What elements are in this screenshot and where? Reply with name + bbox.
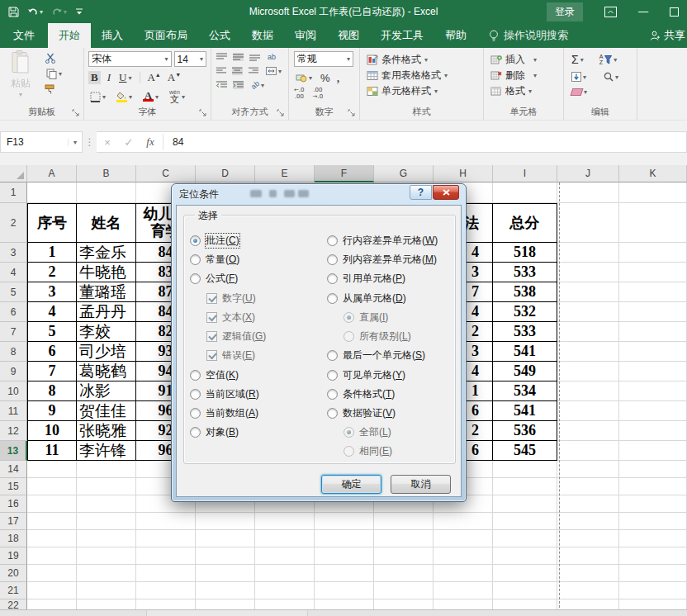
save-button[interactable]: [8, 7, 19, 17]
col-header-B[interactable]: B: [77, 165, 136, 182]
cell-G20[interactable]: [374, 565, 434, 582]
cell-B18[interactable]: [77, 530, 136, 547]
cell-E20[interactable]: [255, 565, 315, 582]
cell-A14[interactable]: [27, 461, 77, 478]
cell-K17[interactable]: [619, 513, 687, 530]
option-label-blanks[interactable]: 空值(K): [206, 368, 239, 382]
cell-D21[interactable]: [196, 582, 255, 599]
cell-K9[interactable]: [619, 362, 687, 381]
format-as-table-button[interactable]: 套用表格格式▾: [367, 68, 476, 83]
radio-current-region[interactable]: [190, 389, 201, 400]
increase-indent-icon[interactable]: [233, 81, 244, 89]
cell-B7[interactable]: 李姣: [77, 322, 136, 342]
percent-style-button[interactable]: %: [320, 72, 330, 84]
cell-G21[interactable]: [374, 582, 434, 599]
cell-J2[interactable]: [557, 203, 619, 243]
cell-K10[interactable]: [619, 381, 687, 401]
cell-H19[interactable]: [434, 547, 493, 565]
phonetic-guide-button[interactable]: wén 文 ▾: [168, 88, 187, 105]
option-label-dependents[interactable]: 从属单元格(D): [343, 291, 406, 306]
cell-I18[interactable]: [493, 530, 557, 547]
cell-J4[interactable]: [557, 263, 619, 282]
col-header-D[interactable]: D: [196, 165, 255, 182]
cell-A16[interactable]: [27, 495, 77, 513]
cell-I3[interactable]: 518: [493, 243, 557, 263]
tab-developer[interactable]: 开发工具: [370, 23, 434, 48]
radio-formulas[interactable]: [190, 273, 201, 284]
cell-E18[interactable]: [255, 530, 315, 547]
cell-I4[interactable]: 533: [493, 263, 557, 282]
col-header-A[interactable]: A: [27, 165, 77, 182]
decrease-decimal-button[interactable]: .00→.0: [313, 88, 324, 100]
tab-home[interactable]: 开始: [48, 23, 91, 48]
grow-font-button[interactable]: A▲: [147, 71, 160, 84]
cell-A12[interactable]: 10: [27, 421, 77, 441]
option-label-current-array[interactable]: 当前数组(A): [206, 406, 258, 420]
cell-B20[interactable]: [77, 565, 136, 582]
row-header-6[interactable]: 6: [0, 302, 27, 322]
cell-J11[interactable]: [557, 401, 619, 421]
underline-button[interactable]: U▾: [117, 70, 133, 85]
clear-button[interactable]: ▾: [570, 88, 589, 97]
tab-view[interactable]: 视图: [327, 23, 370, 48]
align-left-icon[interactable]: [216, 67, 226, 75]
cell-J15[interactable]: [557, 478, 619, 495]
cell-J9[interactable]: [557, 362, 619, 381]
cell-K11[interactable]: [619, 401, 687, 421]
tab-data[interactable]: 数据: [241, 23, 284, 48]
row-header-15[interactable]: 15: [0, 478, 27, 495]
cell-K20[interactable]: [619, 565, 687, 582]
cell-B10[interactable]: 冰影: [77, 381, 136, 401]
align-center-icon[interactable]: [232, 67, 242, 75]
middle-align-icon[interactable]: [233, 53, 244, 61]
option-label-formulas[interactable]: 公式(F): [206, 272, 238, 286]
cell-A2[interactable]: 序号: [27, 203, 77, 243]
tab-formulas[interactable]: 公式: [198, 23, 241, 48]
radio-col-diff[interactable]: [327, 254, 338, 265]
cell-J8[interactable]: [557, 342, 619, 362]
cell-B6[interactable]: 孟丹丹: [77, 302, 136, 322]
cell-I7[interactable]: 533: [493, 322, 557, 342]
cell-J21[interactable]: [557, 582, 619, 599]
option-label-validation[interactable]: 数据验证(V): [343, 406, 396, 420]
row-header-20[interactable]: 20: [0, 565, 27, 582]
cell-J5[interactable]: [557, 282, 619, 302]
cell-B17[interactable]: [77, 513, 136, 530]
cell-K12[interactable]: [619, 421, 687, 441]
cell-A8[interactable]: 6: [27, 342, 77, 362]
col-header-K[interactable]: K: [619, 165, 687, 182]
row-header-2[interactable]: 2: [0, 203, 27, 243]
cell-I11[interactable]: 541: [493, 401, 557, 421]
insert-function-button[interactable]: fx: [140, 135, 161, 149]
align-right-icon[interactable]: [249, 67, 258, 75]
cell-K5[interactable]: [619, 282, 687, 302]
col-header-E[interactable]: E: [255, 165, 315, 182]
orientation-button[interactable]: ab▾: [249, 80, 266, 90]
formula-bar-value[interactable]: 84: [165, 136, 183, 148]
cell-J10[interactable]: [557, 381, 619, 401]
row-header-4[interactable]: 4: [0, 263, 27, 282]
font-dialog-launcher[interactable]: [199, 109, 208, 118]
cell-G17[interactable]: [374, 513, 434, 530]
tab-file[interactable]: 文件: [0, 23, 48, 48]
cell-B9[interactable]: 葛晓鹤: [77, 362, 136, 381]
cell-D18[interactable]: [196, 530, 255, 547]
cell-F18[interactable]: [315, 530, 374, 547]
cell-I15[interactable]: [493, 478, 557, 495]
cell-K14[interactable]: [619, 461, 687, 478]
cell-B12[interactable]: 张晓雅: [77, 421, 136, 441]
cell-J13[interactable]: [557, 441, 619, 461]
option-label-cond-format[interactable]: 条件格式(T): [343, 387, 395, 401]
cell-D17[interactable]: [196, 513, 255, 530]
accounting-format-button[interactable]: ▾: [294, 72, 314, 83]
cell-K18[interactable]: [619, 530, 687, 547]
cell-F20[interactable]: [315, 565, 374, 582]
cell-E21[interactable]: [255, 582, 315, 599]
name-box-dropdown[interactable]: ▾: [68, 139, 82, 146]
row-header-17[interactable]: 17: [0, 513, 27, 530]
cell-I9[interactable]: 549: [493, 362, 557, 381]
cell-styles-button[interactable]: 单元格样式▾: [367, 83, 476, 99]
copy-button[interactable]: ▾: [45, 68, 64, 80]
cell-A20[interactable]: [27, 565, 77, 582]
cell-H18[interactable]: [434, 530, 493, 547]
